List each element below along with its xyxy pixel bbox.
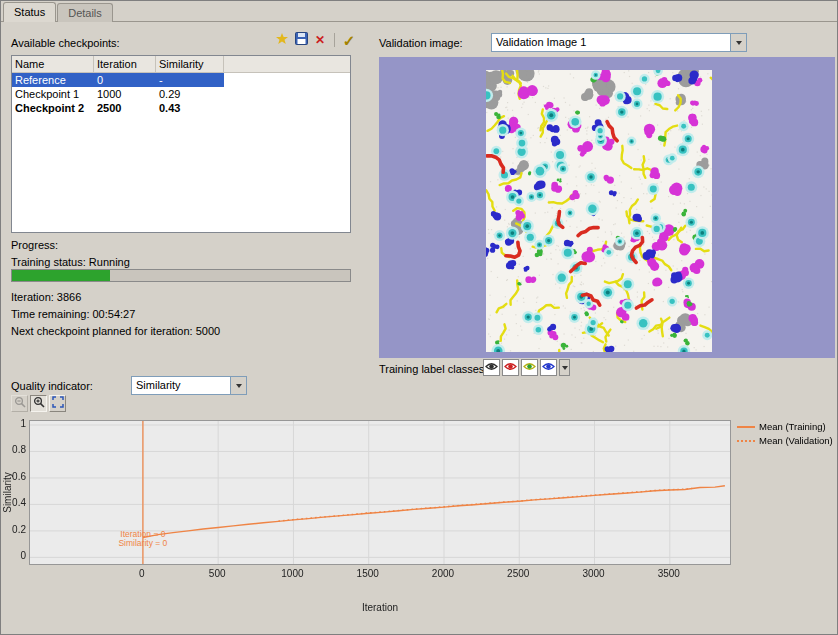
tab-bar: Status Details [1,1,837,22]
class-buttons [483,359,557,376]
zoom-out-button[interactable] [11,395,28,412]
table-cell: Checkpoint 1 [12,87,94,101]
magnifier-plus-icon [33,396,45,411]
iteration-text: Iteration: 3866 [11,291,81,303]
eye-icon [523,360,536,375]
x-axis-label: Iteration [340,602,420,613]
y-tick-label: 1 [2,418,26,429]
table-cell: - [156,73,224,87]
floppy-disk-icon [295,32,308,48]
star-icon [276,33,288,48]
x-tick-label: 3500 [649,568,689,579]
x-tick-label: 2500 [498,568,538,579]
toolbar-separator [334,33,335,47]
next-checkpoint-text: Next checkpoint planned for iteration: 5… [11,325,220,337]
dotted-line-icon [737,440,755,442]
table-cell: 0.29 [156,87,224,101]
quality-chart-svg: Iteration = 0Similarity = 0 [30,421,730,564]
tab-details[interactable]: Details [57,3,113,22]
svg-text:Similarity = 0: Similarity = 0 [118,538,167,548]
add-checkpoint-button[interactable] [273,31,291,49]
validation-image-canvas [486,70,712,352]
training-status-text: Training status: Running [11,256,130,268]
class-visibility-toolbar [483,359,570,376]
class-green-visibility-button[interactable] [521,359,538,376]
class-more-button[interactable] [559,359,570,376]
validation-image-panel [379,57,835,358]
eye-icon [485,360,498,375]
eye-icon [504,360,517,375]
save-checkpoint-button[interactable] [292,31,310,49]
training-label-classes-label: Training label classes: [379,363,487,375]
chevron-down-icon[interactable] [230,377,246,394]
chevron-down-icon [562,366,568,370]
chart-legend: Mean (Training) Mean (Validation) [737,421,833,449]
class-all-visibility-button[interactable] [483,359,500,376]
table-row[interactable]: Checkpoint 110000.29 [12,87,224,101]
validation-image-label: Validation image: [379,37,463,49]
quality-indicator-label: Quality indicator: [11,380,93,392]
x-tick-label: 3000 [574,568,614,579]
y-tick-label: 0 [2,550,26,561]
class-blue-visibility-button[interactable] [540,359,557,376]
x-tick-label: 0 [122,568,162,579]
table-cell: 0.43 [156,101,224,115]
column-header-iteration[interactable]: Iteration [94,56,156,72]
legend-validation-label: Mean (Validation) [759,435,833,446]
table-cell: Reference [12,73,94,87]
table-cell: 2500 [94,101,156,115]
training-status-window: Status Details Available checkpoints: ✕ … [0,0,838,635]
expand-arrows-icon [52,396,64,411]
zoom-fit-button[interactable] [49,395,66,412]
table-cell: 0 [94,73,156,87]
table-row[interactable]: Reference0- [12,73,224,87]
check-icon: ✓ [343,33,356,48]
zoom-in-button[interactable] [30,395,47,412]
time-remaining-text: Time remaining: 00:54:27 [11,308,135,320]
validation-image-select[interactable]: Validation Image 1 [491,33,747,52]
checkpoint-toolbar: ✕ ✓ [273,31,358,49]
quality-indicator-select-value: Similarity [132,377,230,394]
legend-entry-validation: Mean (Validation) [737,435,833,446]
x-tick-label: 2000 [423,568,463,579]
table-row[interactable]: Checkpoint 225000.43 [12,101,224,115]
x-tick-label: 500 [197,568,237,579]
tab-status[interactable]: Status [3,2,56,22]
x-tick-label: 1000 [272,568,312,579]
quality-chart-plot[interactable]: Iteration = 0Similarity = 0 [29,420,731,565]
delete-checkpoint-button[interactable]: ✕ [311,31,329,49]
chart-toolbar [11,395,66,412]
table-cell: Checkpoint 2 [12,101,94,115]
eye-icon [542,360,555,375]
delete-x-icon: ✕ [315,34,325,46]
column-header-similarity[interactable]: Similarity [156,56,224,72]
available-checkpoints-label: Available checkpoints: [11,37,120,49]
solid-line-icon [737,426,755,428]
table-cell: 1000 [94,87,156,101]
progress-bar-fill [12,270,110,281]
validation-image-select-value: Validation Image 1 [492,34,730,51]
checkpoint-table-header: Name Iteration Similarity [12,56,350,73]
set-reference-button[interactable]: ✓ [340,31,358,49]
class-red-visibility-button[interactable] [502,359,519,376]
training-progress-bar [11,269,351,282]
legend-entry-training: Mean (Training) [737,421,833,432]
column-header-name[interactable]: Name [12,56,94,72]
chevron-down-icon[interactable] [730,34,746,51]
y-axis-label: Similarity [2,453,13,533]
checkpoint-table-rows: Reference0-Checkpoint 110000.29Checkpoin… [12,73,350,115]
legend-training-label: Mean (Training) [759,421,826,432]
progress-section-label: Progress: [11,239,58,251]
quality-indicator-select[interactable]: Similarity [131,376,247,395]
checkpoint-table[interactable]: Name Iteration Similarity Reference0-Che… [11,55,351,233]
magnifier-minus-icon [14,396,26,411]
x-tick-label: 1500 [348,568,388,579]
